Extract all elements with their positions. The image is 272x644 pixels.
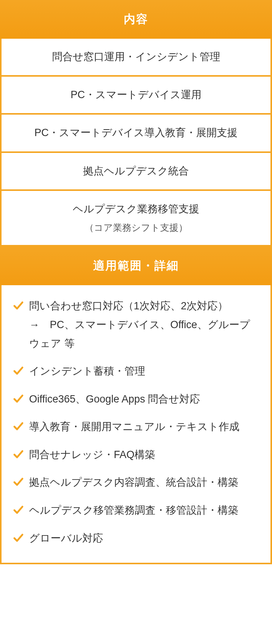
detail-text: インシデント蓄積・管理 bbox=[29, 362, 259, 381]
content-row-label: PC・スマートデバイス導入教育・展開支援 bbox=[34, 127, 238, 138]
content-row: 拠点ヘルプデスク統合 bbox=[0, 153, 272, 191]
content-row: ヘルプデスク業務移管支援 （コア業務シフト支援） bbox=[0, 191, 272, 247]
check-icon bbox=[13, 366, 24, 376]
content-row-sublabel: （コア業務シフト支援） bbox=[9, 220, 263, 235]
detail-text: ヘルプデスク移管業務調査・移管設計・構築 bbox=[29, 501, 259, 520]
check-icon bbox=[13, 301, 24, 311]
detail-item: 問い合わせ窓口対応（1次対応、2次対応）→ PC、スマートデバイス、Office… bbox=[13, 297, 259, 353]
detail-text: グローバル対応 bbox=[29, 529, 259, 548]
detail-list: 問い合わせ窓口対応（1次対応、2次対応）→ PC、スマートデバイス、Office… bbox=[0, 285, 272, 564]
detail-item: ヘルプデスク移管業務調査・移管設計・構築 bbox=[13, 501, 259, 520]
section-title: 適用範囲・詳細 bbox=[93, 259, 179, 272]
detail-text: 問い合わせ窓口対応（1次対応、2次対応）→ PC、スマートデバイス、Office… bbox=[29, 297, 259, 353]
content-row: 問合せ窓口運用・インシデント管理 bbox=[0, 39, 272, 77]
detail-text: Oiffice365、Google Apps 問合せ対応 bbox=[29, 390, 259, 409]
check-icon bbox=[13, 421, 24, 432]
content-row: PC・スマートデバイス運用 bbox=[0, 77, 272, 115]
detail-item: グローバル対応 bbox=[13, 529, 259, 548]
check-icon bbox=[13, 533, 24, 544]
check-icon bbox=[13, 477, 24, 488]
detail-text: 問合せナレッジ・FAQ構築 bbox=[29, 445, 259, 464]
check-icon bbox=[13, 505, 24, 516]
detail-item: Oiffice365、Google Apps 問合せ対応 bbox=[13, 390, 259, 409]
content-row-label: 問合せ窓口運用・インシデント管理 bbox=[52, 51, 220, 62]
detail-text: 導入教育・展開用マニュアル・テキスト作成 bbox=[29, 417, 259, 436]
content-row: PC・スマートデバイス導入教育・展開支援 bbox=[0, 115, 272, 153]
content-row-label: 拠点ヘルプデスク統合 bbox=[83, 165, 189, 177]
detail-text: 拠点ヘルプデスク内容調査、統合設計・構築 bbox=[29, 473, 259, 492]
section-header-details: 適用範囲・詳細 bbox=[0, 246, 272, 285]
section-header-content: 内容 bbox=[0, 0, 272, 39]
detail-item: 拠点ヘルプデスク内容調査、統合設計・構築 bbox=[13, 473, 259, 492]
check-icon bbox=[13, 449, 24, 460]
section-title: 内容 bbox=[124, 13, 148, 25]
detail-item: インシデント蓄積・管理 bbox=[13, 362, 259, 381]
detail-item: 問合せナレッジ・FAQ構築 bbox=[13, 445, 259, 464]
content-rows: 問合せ窓口運用・インシデント管理 PC・スマートデバイス運用 PC・スマートデバ… bbox=[0, 39, 272, 246]
check-icon bbox=[13, 394, 24, 404]
content-row-label: ヘルプデスク業務移管支援 bbox=[73, 203, 199, 215]
content-row-label: PC・スマートデバイス運用 bbox=[70, 89, 202, 100]
detail-item: 導入教育・展開用マニュアル・テキスト作成 bbox=[13, 417, 259, 436]
